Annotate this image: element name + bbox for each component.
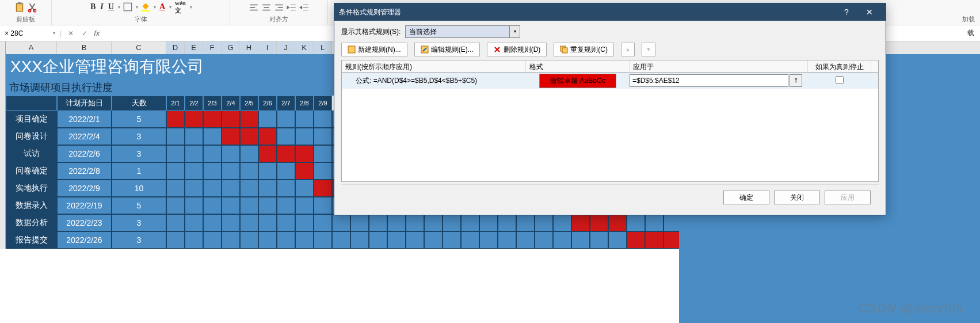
gantt-cell[interactable]: [222, 111, 240, 128]
gantt-cell[interactable]: [222, 214, 240, 231]
gantt-cell[interactable]: [627, 214, 645, 231]
apply-button[interactable]: 应用: [825, 191, 871, 204]
gantt-cell[interactable]: [498, 231, 516, 249]
gantt-cell[interactable]: [314, 145, 332, 162]
col-header[interactable]: G: [222, 41, 240, 54]
gantt-cell[interactable]: [258, 128, 277, 145]
close-icon[interactable]: ✕: [858, 3, 881, 21]
gantt-cell[interactable]: [258, 197, 277, 214]
bold-button[interactable]: B: [89, 2, 97, 12]
gantt-cell[interactable]: [332, 214, 350, 231]
italic-button[interactable]: I: [99, 2, 104, 12]
gantt-cell[interactable]: [240, 180, 258, 197]
gantt-cell[interactable]: [166, 231, 185, 249]
gantt-cell[interactable]: [535, 214, 553, 231]
gantt-cell[interactable]: [166, 180, 185, 197]
rule-range-input[interactable]: [630, 74, 788, 87]
gantt-cell[interactable]: [387, 231, 406, 249]
name-box[interactable]: [2, 28, 48, 39]
gantt-cell[interactable]: [185, 145, 203, 162]
gantt-cell[interactable]: [258, 145, 277, 162]
underline-button[interactable]: U: [107, 2, 115, 12]
gantt-cell[interactable]: [314, 231, 332, 249]
align-right-icon[interactable]: [274, 2, 284, 13]
gantt-cell[interactable]: [258, 162, 277, 180]
gantt-cell[interactable]: [240, 162, 258, 180]
col-header[interactable]: K: [295, 41, 314, 54]
col-header[interactable]: J: [277, 41, 295, 54]
col-header[interactable]: C: [112, 41, 166, 54]
help-icon[interactable]: ?: [835, 3, 858, 21]
gantt-cell[interactable]: [295, 197, 314, 214]
move-up-button[interactable]: ▲: [621, 43, 635, 56]
gantt-cell[interactable]: [203, 145, 222, 162]
gantt-cell[interactable]: [443, 231, 461, 249]
confirm-formula-icon[interactable]: ✓: [80, 29, 89, 38]
gantt-cell[interactable]: [571, 231, 590, 249]
gantt-cell[interactable]: [203, 162, 222, 180]
gantt-cell[interactable]: [203, 197, 222, 214]
gantt-cell[interactable]: [166, 145, 185, 162]
dialog-titlebar[interactable]: 条件格式规则管理器 ? ✕: [334, 3, 886, 21]
move-down-button[interactable]: ▼: [642, 43, 655, 56]
gantt-cell[interactable]: [166, 214, 185, 231]
gantt-cell[interactable]: [166, 197, 185, 214]
gantt-cell[interactable]: [350, 214, 369, 231]
gantt-cell[interactable]: [277, 162, 295, 180]
gantt-cell[interactable]: [314, 180, 332, 197]
gantt-cell[interactable]: [222, 128, 240, 145]
gantt-cell[interactable]: [203, 231, 222, 249]
gantt-cell[interactable]: [240, 145, 258, 162]
gantt-cell[interactable]: [608, 231, 627, 249]
gantt-cell[interactable]: [166, 128, 185, 145]
gantt-cell[interactable]: [166, 111, 185, 128]
gantt-cell[interactable]: [222, 162, 240, 180]
range-picker-icon[interactable]: ↥: [790, 74, 802, 87]
gantt-cell[interactable]: [295, 231, 314, 249]
gantt-cell[interactable]: [258, 214, 277, 231]
gantt-cell[interactable]: [203, 214, 222, 231]
show-rules-select[interactable]: 当前选择 ▾: [405, 25, 520, 38]
gantt-cell[interactable]: [295, 111, 314, 128]
gantt-cell[interactable]: [277, 145, 295, 162]
gantt-cell[interactable]: [295, 214, 314, 231]
gantt-cell[interactable]: [295, 180, 314, 197]
col-header[interactable]: H: [240, 41, 258, 54]
gantt-cell[interactable]: [314, 162, 332, 180]
gantt-cell[interactable]: [645, 214, 663, 231]
gantt-cell[interactable]: [369, 214, 387, 231]
gantt-cell[interactable]: [443, 214, 461, 231]
gantt-cell[interactable]: [277, 197, 295, 214]
gantt-cell[interactable]: [406, 231, 424, 249]
col-header[interactable]: I: [258, 41, 277, 54]
gantt-cell[interactable]: [277, 128, 295, 145]
rule-row[interactable]: 公式: =AND(D$4>=$B5,D$4<$B5+$C5) 微软卓越 AaBb…: [342, 73, 878, 89]
col-header[interactable]: F: [203, 41, 222, 54]
gantt-cell[interactable]: [479, 231, 498, 249]
gantt-cell[interactable]: [406, 214, 424, 231]
namebox-dropdown-icon[interactable]: ▾: [53, 31, 55, 36]
gantt-cell[interactable]: [608, 214, 627, 231]
gantt-cell[interactable]: [314, 111, 332, 128]
gantt-cell[interactable]: [277, 180, 295, 197]
phonetic-icon[interactable]: wén文: [174, 0, 187, 15]
duplicate-rule-button[interactable]: 重复规则(C): [554, 43, 614, 56]
gantt-cell[interactable]: [185, 111, 203, 128]
stop-if-true-checkbox[interactable]: [836, 76, 844, 84]
gantt-cell[interactable]: [369, 231, 387, 249]
gantt-cell[interactable]: [277, 214, 295, 231]
gantt-cell[interactable]: [240, 111, 258, 128]
gantt-cell[interactable]: [461, 214, 479, 231]
gantt-cell[interactable]: [258, 180, 277, 197]
delete-rule-button[interactable]: 删除规则(D): [487, 43, 547, 56]
gantt-cell[interactable]: [535, 231, 553, 249]
gantt-cell[interactable]: [424, 231, 443, 249]
close-button[interactable]: 关闭: [774, 191, 820, 204]
gantt-cell[interactable]: [240, 231, 258, 249]
fill-color-icon[interactable]: [140, 2, 151, 12]
col-header[interactable]: L: [314, 41, 332, 54]
col-header[interactable]: A: [6, 41, 57, 54]
gantt-cell[interactable]: [222, 145, 240, 162]
gantt-cell[interactable]: [387, 214, 406, 231]
gantt-cell[interactable]: [203, 180, 222, 197]
